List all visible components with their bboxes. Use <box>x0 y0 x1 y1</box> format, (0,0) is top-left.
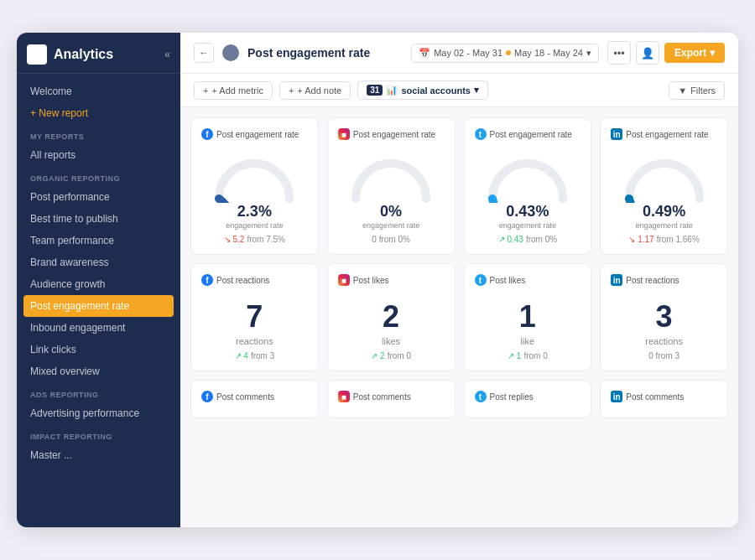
metric-card-r1c2: ■ Post engagement rate 0% engagement rat… <box>327 117 456 255</box>
platform-icon-r2c2: ■ <box>338 274 350 286</box>
platform-icon-r1c4: in <box>611 128 622 140</box>
sidebar-item-post-engagement-rate[interactable]: Post engagement rate <box>23 295 174 317</box>
note-plus-icon: + <box>289 86 294 96</box>
metric-title-r2c3: Post likes <box>490 276 526 285</box>
metric-change-r2c3: ↗ 1 from 0 <box>508 351 548 360</box>
metric-card-r3c1: f Post comments <box>190 380 319 418</box>
gauge-label-r1c1: engagement rate <box>226 221 283 230</box>
gauge-r1c4 <box>618 148 711 203</box>
metric-title-r1c3: Post engagement rate <box>490 130 572 139</box>
big-label-r2c2: likes <box>382 336 400 346</box>
metric-change-r2c4: 0 from 3 <box>648 351 680 360</box>
metric-card-r2c1: f Post reactions 7 reactions ↗ 4 from 3 <box>190 263 319 371</box>
sidebar-new-report-button[interactable]: + New report <box>17 102 180 124</box>
sidebar-section-my-reports: MY REPORTS <box>17 124 180 144</box>
metric-title-r1c4: Post engagement rate <box>626 130 708 139</box>
user-add-button[interactable]: 👤 <box>636 41 659 65</box>
gauge-r1c3 <box>482 148 574 203</box>
sidebar-item-audience-growth[interactable]: Audience growth <box>17 273 180 295</box>
filters-button[interactable]: ▼ Filters <box>669 81 725 100</box>
metric-card-r3c2: ■ Post comments <box>327 380 456 418</box>
metric-card-header-r2c4: in Post reactions <box>611 274 717 286</box>
add-note-button[interactable]: + + Add note <box>279 81 351 100</box>
metric-card-header-r3c3: t Post replies <box>475 391 581 402</box>
app-container: Analytics « Welcome + New report MY REPO… <box>17 33 738 527</box>
sidebar-item-mixed-overview[interactable]: Mixed overview <box>17 360 180 382</box>
gauge-r1c1 <box>208 148 300 203</box>
sidebar-collapse-button[interactable]: « <box>164 49 170 60</box>
metric-change-r1c3: ↗ 0.43 from 0% <box>498 235 557 244</box>
sidebar-section-organic: ORGANIC REPORTING <box>17 166 180 186</box>
date-range-1-button[interactable]: 📅 May 02 - May 31 May 18 - May 24 ▾ <box>411 44 599 63</box>
sidebar-item-best-time[interactable]: Best time to publish <box>17 208 180 230</box>
sidebar-item-link-clicks[interactable]: Link clicks <box>17 339 180 360</box>
sidebar-title: Analytics <box>54 47 164 62</box>
big-number-r2c1: 7 <box>246 299 263 334</box>
gauge-label-r1c3: engagement rate <box>499 221 556 230</box>
metric-title-r3c4: Post comments <box>626 392 684 402</box>
platform-icon-r1c2: ■ <box>338 128 350 140</box>
metric-card-header-r1c1: f Post engagement rate <box>201 128 308 140</box>
metric-change-r1c1: ↘ 5.2 from 7.5% <box>224 235 285 244</box>
sidebar-item-all-reports[interactable]: All reports <box>17 144 180 166</box>
metric-title-r3c2: Post comments <box>353 392 411 402</box>
add-metric-label: + Add metric <box>211 86 263 96</box>
metric-title-r2c2: Post likes <box>353 276 389 285</box>
main-content: ← Post engagement rate 📅 May 02 - May 31… <box>180 33 738 527</box>
more-options-button[interactable]: ••• <box>607 41 631 65</box>
sidebar-item-welcome[interactable]: Welcome <box>17 80 180 102</box>
big-label-r2c1: reactions <box>236 336 273 346</box>
big-number-r2c2: 2 <box>383 299 399 334</box>
gauge-label-r1c2: engagement rate <box>362 221 419 230</box>
export-chevron-icon: ▾ <box>710 47 715 59</box>
metric-card-r1c1: f Post engagement rate 2.3% engagement r… <box>190 117 319 255</box>
platform-icon-r3c1: f <box>201 391 213 402</box>
filter-icon: ▼ <box>678 86 687 96</box>
header-actions: ••• 👤 Export ▾ <box>607 41 725 65</box>
gauge-value-r1c4: 0.49% <box>643 203 685 220</box>
gauge-value-r1c2: 0% <box>380 203 402 220</box>
sidebar-item-advertising-performance[interactable]: Advertising performance <box>17 402 180 424</box>
platform-icon-r3c2: ■ <box>338 391 350 402</box>
metric-card-header-r3c4: in Post comments <box>611 391 717 402</box>
metric-card-r2c4: in Post reactions 3 reactions 0 from 3 <box>600 263 728 371</box>
big-label-r2c3: like <box>521 336 535 346</box>
platform-icon-r2c1: f <box>201 274 213 286</box>
sidebar: Analytics « Welcome + New report MY REPO… <box>17 33 180 527</box>
sidebar-item-brand-awareness[interactable]: Brand awareness <box>17 251 180 273</box>
metric-card-header-r1c2: ■ Post engagement rate <box>338 128 445 140</box>
metric-card-header-r3c1: f Post comments <box>201 391 308 402</box>
add-note-label: + Add note <box>297 86 341 96</box>
platform-icon-r1c1: f <box>201 128 213 140</box>
platform-icon-r1c3: t <box>475 128 487 140</box>
metric-card-r2c3: t Post likes 1 like ↗ 1 from 0 <box>464 263 592 371</box>
metric-change-r2c1: ↗ 4 from 3 <box>235 351 275 360</box>
metric-change-r2c2: ↗ 2 from 0 <box>371 351 411 360</box>
date-range-2-text: May 18 - May 24 <box>514 48 583 58</box>
gauge-value-r1c3: 0.43% <box>506 203 549 220</box>
sidebar-item-team-performance[interactable]: Team performance <box>17 230 180 251</box>
metric-card-r3c4: in Post comments <box>600 380 728 418</box>
sidebar-item-inbound-engagement[interactable]: Inbound engagement <box>17 317 180 339</box>
metric-card-r1c4: in Post engagement rate 0.49% engagement… <box>600 117 728 255</box>
social-accounts-label: social accounts <box>401 86 471 96</box>
metric-title-r1c2: Post engagement rate <box>353 130 435 139</box>
back-button[interactable]: ← <box>194 43 214 63</box>
metric-title-r1c1: Post engagement rate <box>216 130 299 139</box>
metric-title-r3c3: Post replies <box>490 392 534 402</box>
metric-change-r1c4: ↘ 1.17 from 1.66% <box>628 235 699 244</box>
sidebar-section-impact: IMPACT REPORTING <box>17 424 180 444</box>
gauge-value-r1c1: 2.3% <box>237 203 272 220</box>
add-metric-button[interactable]: + + Add metric <box>194 81 273 100</box>
sidebar-item-master[interactable]: Master ... <box>17 444 180 466</box>
date-dot-1 <box>506 50 511 55</box>
export-label: Export <box>674 47 706 59</box>
sidebar-item-post-performance[interactable]: Post performance <box>17 186 180 208</box>
metric-card-header-r2c1: f Post reactions <box>201 274 308 286</box>
gauge-r1c2 <box>345 148 437 203</box>
sidebar-content: Welcome + New report MY REPORTS All repo… <box>17 74 180 527</box>
metric-title-r2c4: Post reactions <box>626 276 679 285</box>
metric-card-header-r2c3: t Post likes <box>475 274 581 286</box>
social-accounts-button[interactable]: 31 📊 social accounts ▾ <box>357 80 488 100</box>
export-button[interactable]: Export ▾ <box>664 43 725 63</box>
